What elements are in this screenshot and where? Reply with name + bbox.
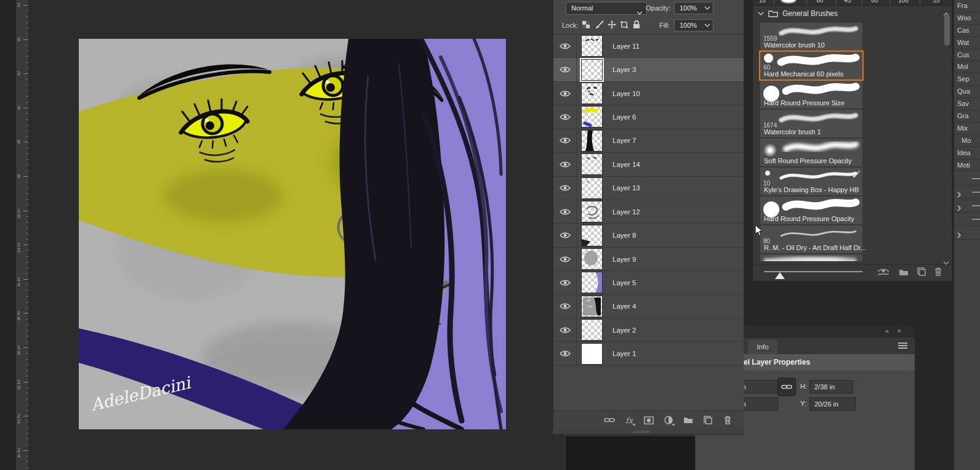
opacity-value[interactable]: 100% <box>674 2 702 14</box>
layer-name[interactable]: Layer 3 <box>606 66 636 73</box>
layer-thumbnail[interactable] <box>581 225 603 246</box>
layer-thumbnail[interactable] <box>581 59 603 81</box>
scrollbar-thumb[interactable] <box>944 15 950 46</box>
layer-visibility-toggle[interactable] <box>553 271 577 294</box>
layer-name[interactable]: Layer 8 <box>606 232 636 239</box>
dock-item[interactable]: Moti <box>954 160 980 172</box>
link-layers-button[interactable] <box>603 415 616 426</box>
layer-row[interactable]: Layer 1 <box>553 342 744 365</box>
layer-name[interactable]: Layer 9 <box>606 256 636 263</box>
layer-visibility-toggle[interactable] <box>553 248 577 270</box>
panel-menu-icon[interactable] <box>898 342 907 349</box>
panel-resize-bar[interactable] <box>553 429 744 435</box>
layer-visibility-toggle[interactable] <box>553 342 577 365</box>
lock-all-button[interactable] <box>631 19 641 30</box>
vertical-ruler[interactable]: 2024681 01 21 41 61 82 02 22 4 <box>16 0 29 470</box>
dock-group-row[interactable] <box>954 226 980 240</box>
brush-preview-toggle[interactable] <box>877 267 890 278</box>
brush-preset[interactable]: Hard Round Pressure Size <box>760 81 862 108</box>
opacity-dropdown[interactable] <box>702 2 713 14</box>
close-panel-icon[interactable]: × <box>898 327 901 334</box>
layer-thumbnail[interactable] <box>581 153 603 175</box>
layer-visibility-toggle[interactable] <box>553 224 577 246</box>
slider-handle[interactable] <box>775 272 785 279</box>
dock-item[interactable]: Woo <box>954 12 980 25</box>
layer-row[interactable]: Layer 7 <box>553 129 744 153</box>
layer-name[interactable]: Layer 12 <box>606 208 640 216</box>
layer-row[interactable]: Layer 11 <box>553 34 744 58</box>
brush-size-cell[interactable]: 10 <box>753 0 774 5</box>
layer-thumbnail[interactable] <box>581 272 603 293</box>
brush-preset-cell[interactable] <box>774 0 807 5</box>
dock-group-row[interactable] <box>954 213 980 226</box>
lock-position-button[interactable] <box>606 19 617 30</box>
layer-row[interactable]: Layer 5 <box>553 271 744 294</box>
adjustment-layer-button[interactable] <box>662 415 675 426</box>
layer-name[interactable]: Layer 10 <box>606 90 640 97</box>
dock-item[interactable]: Mix <box>954 123 980 135</box>
layer-row[interactable]: Layer 12 <box>553 200 744 224</box>
layer-style-button[interactable]: fx <box>623 415 635 426</box>
new-brush-button[interactable] <box>917 267 926 278</box>
new-brush-group-button[interactable] <box>899 267 909 278</box>
dock-item[interactable]: Sav <box>954 98 980 110</box>
layer-visibility-toggle[interactable] <box>553 105 577 128</box>
brush-size-cell[interactable]: 100 <box>890 0 920 5</box>
brush-preset[interactable]: 10 Kyle's Drawing Box - Happy HB <box>760 168 862 195</box>
layer-visibility-toggle[interactable] <box>553 295 577 318</box>
layer-row[interactable]: Layer 6 <box>553 105 744 129</box>
layer-name[interactable]: Layer 5 <box>606 279 636 286</box>
dock-item[interactable]: Fra <box>954 0 980 12</box>
link-dimensions-button[interactable] <box>777 378 796 396</box>
delete-layer-button[interactable] <box>721 415 734 426</box>
layer-thumbnail[interactable] <box>581 296 603 317</box>
dock-item[interactable]: Gra <box>954 110 980 123</box>
layer-thumbnail[interactable] <box>581 106 603 128</box>
dock-group-row[interactable] <box>954 199 980 213</box>
lock-pixels-button[interactable] <box>594 19 604 30</box>
dock-group-row[interactable] <box>954 172 980 185</box>
dock-item[interactable]: Wat <box>954 37 980 49</box>
layer-name[interactable]: Layer 13 <box>606 184 640 192</box>
brush-size-cell[interactable]: 60 <box>807 0 836 5</box>
brush-preset-partial[interactable] <box>760 254 862 261</box>
layer-name[interactable]: Layer 1 <box>606 350 636 357</box>
brush-preset[interactable]: 1674 Watercolor brush 1 <box>760 110 862 137</box>
layer-thumbnail[interactable] <box>581 248 603 270</box>
layer-visibility-toggle[interactable] <box>553 200 577 223</box>
dock-group-row[interactable] <box>954 185 980 199</box>
document-canvas[interactable]: AdeleDacini <box>79 39 506 429</box>
layer-name[interactable]: Layer 14 <box>606 161 640 168</box>
layer-thumbnail[interactable] <box>581 343 603 365</box>
layer-name[interactable]: Layer 6 <box>606 113 636 121</box>
blend-mode-select[interactable]: Normal <box>566 2 647 15</box>
layer-name[interactable]: Layer 11 <box>606 43 640 50</box>
layer-thumbnail[interactable] <box>581 319 603 341</box>
layer-thumbnail[interactable] <box>581 83 603 104</box>
layer-row[interactable]: Layer 4 <box>553 295 744 318</box>
chevron-right-icon[interactable] <box>957 230 961 241</box>
brush-preset[interactable]: Soft Round Pressure Opacity <box>760 139 862 166</box>
layer-row[interactable]: Layer 8 <box>553 224 744 247</box>
layer-thumbnail[interactable] <box>581 35 603 57</box>
layer-row[interactable]: Layer 10 <box>553 82 744 105</box>
dock-item[interactable]: Mo <box>954 135 980 147</box>
tab-info[interactable]: Info <box>748 339 777 354</box>
brush-preset[interactable]: 80 R. M. - Oil Dry - Art Draft Half Dr..… <box>760 225 862 253</box>
fill-value[interactable]: 100% <box>674 19 702 31</box>
layer-row[interactable]: Layer 13 <box>553 177 744 200</box>
layer-visibility-toggle[interactable] <box>553 177 577 200</box>
add-layer-mask-button[interactable] <box>643 415 655 426</box>
brush-size-cell[interactable]: 60 <box>862 0 890 5</box>
layer-visibility-toggle[interactable] <box>553 318 577 341</box>
layer-name[interactable]: Layer 2 <box>606 326 636 334</box>
dock-item[interactable]: Idea <box>954 147 980 160</box>
new-layer-button[interactable] <box>702 415 714 426</box>
dock-item[interactable]: Mol <box>954 61 980 73</box>
brush-size-cell[interactable]: 45 <box>836 0 862 5</box>
brush-preset[interactable]: 60 Hard Mechanical 60 pixels <box>760 52 862 79</box>
layer-visibility-toggle[interactable] <box>553 153 577 176</box>
layer-row[interactable]: Layer 14 <box>553 153 744 176</box>
y-field[interactable]: 20/26 in <box>809 397 856 411</box>
delete-brush-button[interactable] <box>934 267 942 278</box>
